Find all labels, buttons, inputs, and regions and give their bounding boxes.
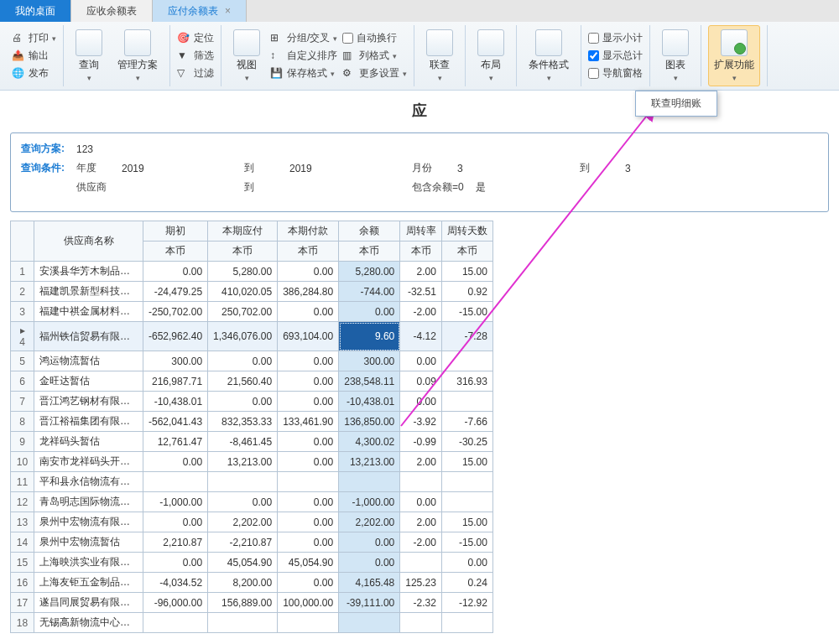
export-button[interactable]: 📤输出	[12, 49, 56, 63]
year-to: 2019	[289, 163, 390, 174]
cond-label: 查询条件:	[21, 161, 71, 175]
link-icon	[426, 29, 453, 56]
table-row[interactable]: 10南安市龙祥码头开…0.0013,213.000.0013,213.002.0…	[11, 452, 493, 472]
table-row[interactable]: 6金旺达暂估216,987.7121,560.400.00238,548.110…	[11, 371, 493, 392]
publish-icon: 🌐	[12, 67, 25, 80]
table-row[interactable]: 5鸿运物流暂估300.000.000.00300.000.00	[11, 351, 493, 371]
table-row[interactable]: 18无锡高新物流中心…	[11, 613, 493, 633]
app-tabs: 我的桌面 应收余额表 应付余额表×	[0, 0, 839, 22]
publish-button[interactable]: 🌐发布	[12, 66, 56, 80]
table-row[interactable]: 12青岛明志国际物流…-1,000.000.000.00-1,000.000.0…	[11, 492, 493, 512]
extend-button[interactable]: 扩展功能▾	[708, 25, 760, 86]
query-panel: 查询方案: 123 查询条件: 年度2019 到2019 月份3 到3 供应商 …	[10, 132, 829, 212]
manage-icon	[124, 29, 151, 56]
year-from: 2019	[122, 163, 222, 174]
auto-wrap-check[interactable]: 自动换行	[342, 31, 407, 45]
table-row[interactable]: 16上海友钜五金制品…-4,034.528,200.000.004,165.48…	[11, 573, 493, 593]
print-icon: 🖨	[12, 32, 25, 45]
col-format-button[interactable]: ▥列格式▾	[342, 49, 407, 63]
scheme-label: 查询方案:	[21, 142, 71, 156]
manage-scheme-button[interactable]: 管理方案▾	[112, 25, 163, 86]
table-row[interactable]: 9龙祥码头暂估12,761.47-8,461.450.004,300.02-0.…	[11, 432, 493, 452]
scheme-value: 123	[76, 143, 177, 155]
table-row[interactable]: 17遂昌同展贸易有限…-96,000.00156,889.00100,000.0…	[11, 593, 493, 613]
more-settings-button[interactable]: ⚙更多设置▾	[342, 66, 407, 80]
print-button[interactable]: 🖨打印▾	[12, 31, 56, 45]
tab-ar[interactable]: 应收余额表	[71, 0, 153, 22]
layout-icon	[477, 29, 504, 56]
query-icon	[76, 29, 102, 56]
filter-adv-button[interactable]: ▽过滤	[177, 66, 214, 80]
table-row[interactable]: 11平和县永信物流有…	[11, 472, 493, 492]
locate-button[interactable]: 🎯定位	[177, 31, 214, 45]
ribbon-toolbar: 🖨打印▾ 📤输出 🌐发布 查询▾ 管理方案▾ 🎯定位 ▼筛选 ▽过滤 视图▾ ⊞…	[0, 22, 839, 91]
grandtotal-check[interactable]: 显示总计	[588, 49, 643, 63]
inclzero-val: 是	[476, 180, 576, 195]
table-row[interactable]: 7晋江鸿艺钢材有限…-10,438.010.000.00-10,438.010.…	[11, 392, 493, 412]
link-query-button[interactable]: 联查▾	[421, 25, 458, 86]
sort-icon: ↕	[270, 49, 284, 63]
filter-button[interactable]: ▼筛选	[177, 49, 214, 63]
extend-icon	[721, 29, 748, 56]
group-cross-button[interactable]: ⊞分组/交叉▾	[270, 31, 337, 45]
table-row[interactable]: 13泉州中宏物流有限…0.002,202.000.002,202.002.001…	[11, 512, 493, 532]
filter-adv-icon: ▽	[177, 67, 190, 80]
table-row[interactable]: ▸ 4福州铁信贸易有限…-652,962.401,346,076.00693,1…	[11, 322, 493, 351]
table-row[interactable]: 14泉州中宏物流暂估2,210.87-2,210.870.000.00-2.00…	[11, 532, 493, 553]
group-icon: ⊞	[270, 32, 284, 45]
data-table[interactable]: 供应商名称 期初 本期应付 本期付款 余额 周转率 周转天数 本币本币本币 本币…	[10, 221, 493, 633]
cond-icon	[535, 29, 562, 56]
data-table-wrap: 供应商名称 期初 本期应付 本期付款 余额 周转率 周转天数 本币本币本币 本币…	[10, 221, 829, 633]
gear-icon: ⚙	[342, 67, 356, 80]
cond-format-button[interactable]: 条件格式▾	[524, 25, 574, 86]
view-button[interactable]: 视图▾	[228, 25, 265, 86]
table-row[interactable]: 15上海映洪实业有限…0.0045,054.9045,054.900.000.0…	[11, 553, 493, 573]
month-to: 3	[625, 163, 726, 174]
filter-icon: ▼	[177, 49, 190, 63]
chart-icon	[662, 29, 689, 56]
query-button[interactable]: 查询▾	[70, 25, 107, 86]
close-icon[interactable]: ×	[225, 5, 231, 17]
table-row[interactable]: 8晋江裕福集团有限…-562,041.43832,353.33133,461.9…	[11, 412, 493, 432]
column-icon: ▥	[342, 49, 356, 63]
table-row[interactable]: 1安溪县华芳木制品…0.005,280.000.005,280.002.0015…	[11, 262, 493, 282]
tab-ap[interactable]: 应付余额表×	[153, 0, 247, 22]
chart-button[interactable]: 图表▾	[657, 25, 694, 86]
save-format-button[interactable]: 💾保存格式▾	[270, 66, 337, 80]
table-row[interactable]: 2福建凯景新型科技…-24,479.25410,020.05386,284.80…	[11, 282, 493, 302]
custom-sort-button[interactable]: ↕自定义排序	[270, 49, 337, 63]
month-from: 3	[457, 163, 558, 174]
nav-pane-check[interactable]: 导航窗格	[588, 66, 643, 80]
save-icon: 💾	[270, 67, 284, 80]
tab-desktop[interactable]: 我的桌面	[0, 0, 71, 22]
table-row[interactable]: 3福建中祺金属材料…-250,702.00250,702.000.000.00-…	[11, 302, 493, 322]
subtotal-check[interactable]: 显示小计	[588, 31, 643, 45]
extend-popup: 联查明细账	[635, 91, 717, 117]
export-icon: 📤	[12, 49, 25, 63]
view-icon	[233, 29, 260, 56]
link-detail-button[interactable]: 联查明细账	[651, 96, 701, 111]
locate-icon: 🎯	[177, 32, 190, 45]
layout-button[interactable]: 布局▾	[472, 25, 509, 86]
